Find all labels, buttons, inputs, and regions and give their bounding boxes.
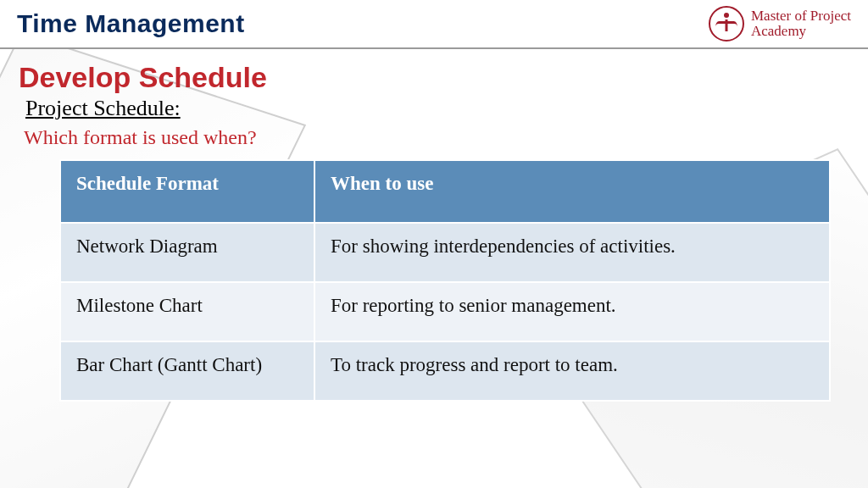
cell-format: Bar Chart (Gantt Chart): [60, 341, 314, 401]
brand-line1: Master of Project: [751, 8, 851, 24]
sub-heading: Project Schedule:: [25, 96, 849, 121]
brand: Master of Project Academy: [709, 6, 851, 42]
brand-logo-icon: [709, 6, 744, 42]
section-heading: Develop Schedule: [19, 61, 849, 94]
table-row: Network Diagram For showing interdepende…: [60, 223, 830, 282]
content-area: Develop Schedule Project Schedule: Which…: [0, 49, 868, 402]
cell-when: For reporting to senior management.: [314, 282, 830, 341]
cell-when: For showing interdependencies of activit…: [314, 223, 830, 282]
page-title: Time Management: [17, 9, 245, 38]
question-text: Which format is used when?: [24, 126, 849, 149]
brand-line2: Academy: [751, 24, 851, 39]
header-bar: Time Management Master of Project Academ…: [0, 0, 868, 49]
brand-text: Master of Project Academy: [751, 8, 851, 39]
table-header-row: Schedule Format When to use: [60, 160, 830, 223]
table-row: Bar Chart (Gantt Chart) To track progres…: [60, 341, 830, 401]
col-header-when: When to use: [314, 160, 830, 223]
table-row: Milestone Chart For reporting to senior …: [60, 282, 830, 341]
schedule-format-table: Schedule Format When to use Network Diag…: [59, 159, 831, 402]
col-header-format: Schedule Format: [60, 160, 314, 223]
cell-when: To track progress and report to team.: [314, 341, 830, 401]
cell-format: Milestone Chart: [60, 282, 314, 341]
cell-format: Network Diagram: [60, 223, 314, 282]
